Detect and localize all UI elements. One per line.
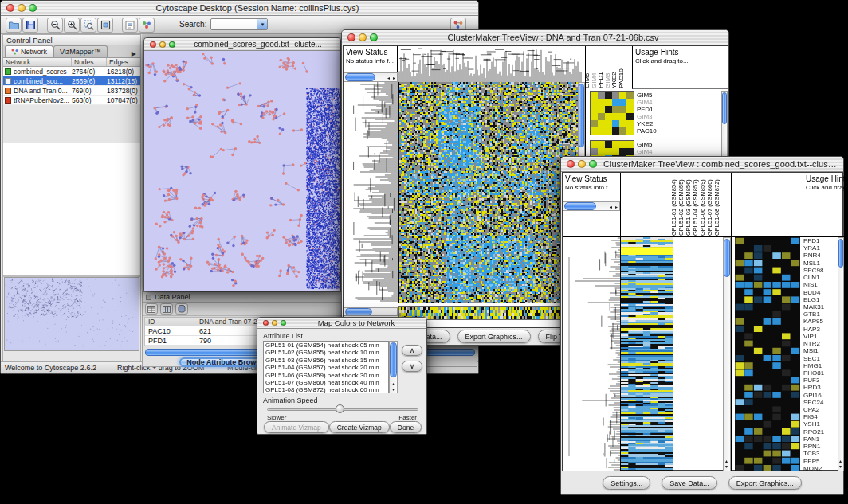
gene-label[interactable]: HMG1 [803, 362, 837, 369]
gene-label[interactable]: GTB1 [803, 311, 837, 318]
scroll-up-icon[interactable]: ▴ [392, 381, 395, 386]
dendro-h-scrollbar[interactable]: ◂ ▸ [344, 72, 398, 82]
search-combobox[interactable]: ▼ [210, 18, 268, 30]
gene-label[interactable]: SEC24 [803, 399, 837, 406]
network-view-titlebar[interactable]: combined_scores_good.txt--cluste... [144, 38, 340, 51]
gene-label[interactable]: MSI1 [803, 347, 837, 354]
scrollbar-thumb[interactable] [722, 92, 727, 124]
treeview2-titlebar[interactable]: ClusterMaker TreeView : combined_scores_… [561, 157, 843, 172]
gene-label[interactable]: GIM3 [637, 113, 657, 120]
dialog-button[interactable]: Create Vizmap [329, 421, 390, 433]
heatmap-canvas[interactable] [398, 82, 578, 303]
scroll-down-icon[interactable]: ▾ [392, 387, 395, 392]
attribute-store-button[interactable] [175, 303, 188, 315]
gene-label[interactable]: SEC1 [803, 355, 837, 362]
scroll-left-icon[interactable]: ◂ [387, 76, 390, 80]
main-titlebar[interactable]: Cytoscape Desktop (Session Name: collins… [1, 1, 478, 16]
scroll-down-icon[interactable]: ▾ [725, 464, 728, 469]
row-dendrogram-canvas[interactable] [344, 82, 398, 303]
scrollbar-thumb[interactable] [579, 84, 584, 147]
gene-label[interactable]: PHO81 [803, 369, 837, 377]
minimize-button[interactable] [359, 33, 367, 41]
column-label[interactable]: YKE2 [610, 47, 618, 88]
gene-label[interactable]: PEP5 [803, 458, 837, 465]
scrollbar-thumb[interactable] [838, 239, 843, 268]
zoom-button[interactable] [169, 41, 175, 48]
column-label[interactable]: GPL51-01 (GSM854) [670, 174, 677, 236]
close-button[interactable] [6, 4, 14, 12]
network-overview-canvas[interactable] [5, 278, 139, 350]
zoom-heatmap-canvas[interactable] [735, 237, 800, 471]
zoom-button[interactable] [29, 4, 37, 12]
attribute-item[interactable]: GPL51-02 (GSM855) heat shock 10 min [264, 349, 388, 356]
select-attributes-button[interactable] [145, 303, 158, 315]
treeview-button[interactable]: Save Data... [662, 476, 717, 490]
attribute-item[interactable]: GPL51-03 (GSM856) heat shock 15 min [264, 357, 388, 364]
header-network[interactable]: Network [3, 58, 72, 66]
gene-label[interactable]: VIP1 [803, 333, 837, 340]
gene-label[interactable]: CPA2 [803, 406, 837, 413]
gene-label[interactable]: MSL1 [803, 260, 837, 267]
close-button[interactable] [263, 320, 269, 326]
scroll-right-icon[interactable]: ▸ [393, 76, 395, 80]
gene-label[interactable]: GPI16 [803, 392, 837, 399]
network-canvas[interactable] [144, 51, 340, 291]
close-button[interactable] [150, 41, 156, 48]
column-label[interactable]: GPL51-02 (GSM855) [677, 174, 685, 236]
gene-label[interactable]: ELG1 [803, 296, 837, 303]
network-list-row[interactable]: combined_sco... 2569(6) 13112(15) [3, 76, 140, 86]
heatmap-canvas[interactable] [621, 237, 673, 471]
minimize-button[interactable] [18, 4, 26, 12]
gene-label[interactable]: YKE2 [637, 120, 657, 127]
column-dendrogram-canvas[interactable] [398, 46, 582, 82]
gene-label[interactable]: PUF3 [803, 377, 837, 384]
col-header-id[interactable]: ID [145, 318, 194, 326]
scroll-right-icon[interactable]: ▸ [615, 205, 618, 209]
treeview-button[interactable]: Export Graphics... [457, 330, 531, 343]
gene-label[interactable]: MON2 [803, 465, 837, 471]
zoom-fit-button[interactable] [97, 18, 113, 33]
gene-label[interactable]: HAP3 [803, 326, 837, 333]
gene-list-scrollbar[interactable]: ▴ ▾ [838, 237, 844, 471]
heatmap-v-scrollbar[interactable]: ▴ ▾ [723, 237, 731, 471]
minimize-button[interactable] [578, 160, 586, 168]
scrollbar-thumb[interactable] [564, 202, 596, 210]
scroll-down-icon[interactable]: ▾ [839, 464, 842, 469]
gene-label[interactable]: FIG4 [803, 413, 837, 420]
column-label[interactable]: PAC10 [618, 47, 625, 88]
vizmapper-button[interactable] [139, 18, 155, 33]
attribute-item[interactable]: GPL51-08 (GSM872) heat shock 60 min [264, 386, 388, 393]
gene-label[interactable]: GIM4 [637, 148, 657, 155]
gene-label[interactable]: PFD1 [803, 237, 837, 244]
gene-label[interactable]: PAN1 [803, 436, 837, 443]
column-label[interactable]: GPL51-08 (GSM872) [713, 174, 720, 236]
attribute-item[interactable]: GPL51-06 (GSM859) heat shock 30 min [264, 372, 388, 379]
gene-label[interactable]: GIM5 [637, 141, 657, 148]
scrollbar-thumb[interactable] [724, 239, 730, 277]
tab-network[interactable]: Network [5, 45, 53, 57]
gene-label[interactable]: RPO21 [803, 428, 837, 436]
column-label[interactable]: GPL51-07 (GSM860) [706, 174, 713, 236]
tab-overflow-arrow[interactable]: ▶ [128, 50, 140, 57]
create-attribute-button[interactable] [160, 303, 173, 315]
zoom-out-button[interactable] [47, 18, 63, 33]
gene-label[interactable]: BUD4 [803, 289, 837, 296]
gene-label[interactable]: TCB3 [803, 450, 837, 457]
column-label[interactable]: GIM4 [591, 47, 598, 88]
header-nodes[interactable]: Nodes [72, 58, 107, 66]
list-scrollbar[interactable]: ▴ ▾ [389, 341, 398, 393]
network-list-row[interactable]: tRNAPuberNov2... 563(0) 107847(0) [3, 96, 140, 105]
attribute-item[interactable]: GPL51-07 (GSM860) heat shock 40 min [264, 379, 388, 386]
scrollbar-thumb[interactable] [345, 308, 372, 315]
close-button[interactable] [347, 33, 355, 41]
gene-label[interactable]: HRD3 [803, 384, 837, 391]
network-list-row[interactable]: combined_scores 2764(0) 16218(0) [3, 67, 140, 76]
move-up-button[interactable]: ∧ [402, 345, 422, 356]
speed-slider-thumb[interactable] [336, 404, 344, 413]
gene-label[interactable]: GIM4 [637, 99, 657, 106]
zoom-button[interactable] [281, 320, 286, 326]
gene-label[interactable]: SPC98 [803, 267, 837, 274]
treeview-button[interactable]: Export Graphics... [728, 476, 802, 490]
column-label[interactable]: GPL51-04 (GSM857) [692, 174, 699, 236]
scroll-left-icon[interactable]: ◂ [610, 205, 612, 209]
